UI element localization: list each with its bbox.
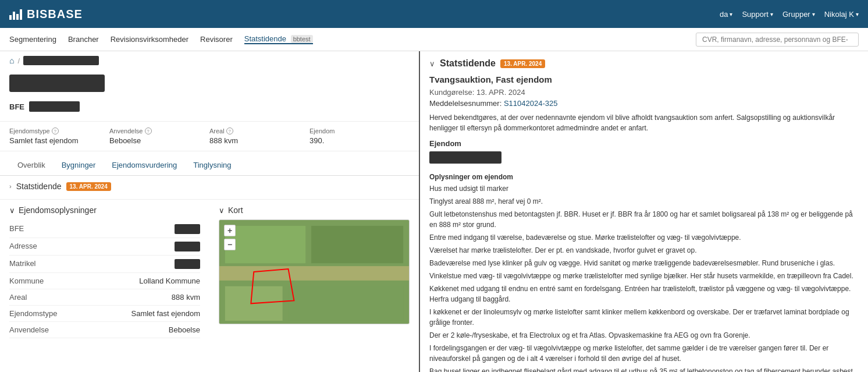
table-row: Areal 888 kvm [9, 289, 200, 306]
right-panel: ∨ Statstidende 13. APR. 2024 Tvangsaukti… [419, 51, 868, 372]
nav-statstidende[interactable]: Statstidende bbtest [244, 34, 313, 44]
top-navigation: BISBASE da ▾ Support ▾ Grupper ▾ Nikolaj… [0, 0, 868, 28]
kort-title: Kort [228, 206, 243, 215]
right-meddelelse: Meddelelsesnummer: S11042024-325 [429, 99, 859, 108]
chevron-down-icon: ▾ [812, 11, 815, 17]
meta-ejendom-value: 390. [310, 136, 410, 145]
bfe-label: BFE [9, 102, 24, 111]
chevron-down-icon: ∨ [429, 59, 435, 68]
statstidende-header-left[interactable]: › Statstidende 13. APR. 2024 [9, 182, 410, 191]
right-ejendom-section: Ejendom [429, 139, 859, 148]
right-intro-text: Herved bekendtgøres, at der over nedenna… [429, 112, 859, 133]
meta-ejendomstype: Ejendomstype ? Samlet fast ejendom [9, 127, 109, 145]
chevron-down-icon: ∨ [9, 206, 15, 215]
oplysninger-body: Hus med udsigt til marker Tinglyst areal… [429, 183, 859, 372]
svg-rect-2 [225, 226, 305, 263]
tab-ejendomsvurdering[interactable]: Ejendomsvurdering [104, 156, 185, 175]
meta-areal: Areal ? 888 kvm [209, 127, 310, 145]
nav-da[interactable]: da ▾ [720, 10, 732, 19]
list-item: Tinglyst areal 888 m², heraf vej 0 m². [429, 196, 859, 207]
tabs-bar: Overblik Bygninger Ejendomsvurdering Tin… [0, 156, 419, 176]
logo-area: BISBASE [9, 8, 83, 21]
nav-segmentering[interactable]: Segmentering [9, 35, 56, 44]
table-row: Kommune Lolland Kommune [9, 273, 200, 289]
property-title [9, 75, 105, 92]
statstidende-title-left: Statstidende [16, 182, 62, 191]
map-container: + − [219, 219, 410, 324]
kort-header[interactable]: ∨ Kort [219, 206, 410, 215]
list-item: Badeværelse med lyse klinker på gulv og … [429, 258, 859, 268]
ejendom-redacted [429, 151, 859, 168]
list-item: Der er 2 køle-/fryseskabe, et fra Electr… [429, 330, 859, 341]
svg-rect-5 [289, 286, 404, 321]
meta-anvendelse-value: Beboelse [109, 136, 209, 145]
sec-nav-left: Segmentering Brancher Revisionsvirksomhe… [9, 34, 313, 44]
map-zoom-out-button[interactable]: − [224, 239, 236, 250]
logo-icon [9, 8, 22, 20]
map-svg [219, 220, 409, 324]
home-icon[interactable]: ⌂ [9, 56, 14, 65]
info-table: BFE Adresse Matrikel Kommune [9, 221, 200, 338]
bfe-bar: BFE [9, 101, 410, 112]
right-kundgorelse: Kundgørelse: 13. APR. 2024 [429, 88, 859, 97]
tab-bygninger[interactable]: Bygninger [54, 156, 104, 175]
table-row: Anvendelse Beboelse [9, 322, 200, 338]
nav-nikolaj[interactable]: Nikolaj K ▾ [824, 10, 859, 19]
meta-ejendomstype-value: Samlet fast ejendom [9, 136, 109, 145]
list-item: Gult letbetonstenshus med betontagsten j… [429, 209, 859, 230]
table-row: BFE [9, 221, 200, 238]
info-section-header[interactable]: ∨ Ejendomsoplysninger [9, 206, 200, 215]
nav-brancher[interactable]: Brancher [68, 35, 99, 44]
meta-areal-value: 888 kvm [209, 136, 310, 145]
list-item: Hus med udsigt til marker [429, 183, 859, 194]
kort-section-inner: ∨ Kort [209, 200, 419, 330]
tab-overblik[interactable]: Overblik [9, 156, 54, 175]
list-item: Værelset har mørke trælistelofter. Der e… [429, 245, 859, 256]
ejendomsoplysninger-title: Ejendomsoplysninger [19, 206, 97, 215]
top-nav-right: da ▾ Support ▾ Grupper ▾ Nikolaj K ▾ [720, 10, 859, 19]
chevron-down-icon: ▾ [856, 11, 859, 17]
tab-tinglysning[interactable]: Tinglysning [185, 156, 239, 175]
search-input[interactable] [696, 33, 859, 47]
matrikel-redacted [175, 259, 200, 269]
map-zoom-in-button[interactable]: + [224, 225, 236, 236]
info-icon: ? [226, 127, 233, 134]
bfe-redacted [175, 224, 200, 234]
chevron-down-icon: ∨ [219, 206, 225, 215]
ejendomsoplysninger-section: ∨ Ejendomsoplysninger BFE Adresse [0, 200, 209, 344]
breadcrumb-text [23, 56, 99, 65]
property-header: BFE [0, 70, 419, 121]
table-row: Ejendomstype Samlet fast ejendom [9, 306, 200, 322]
nav-support[interactable]: Support ▾ [742, 10, 773, 19]
nav-grupper[interactable]: Grupper ▾ [782, 10, 815, 19]
nav-revisionsvirksomheder[interactable]: Revisionsvirksomheder [111, 35, 188, 44]
secondary-navigation: Segmentering Brancher Revisionsvirksomhe… [0, 28, 868, 51]
info-section: ∨ Ejendomsoplysninger BFE Adresse [0, 200, 209, 344]
svg-rect-1 [219, 266, 409, 281]
chevron-right-icon: › [9, 183, 12, 190]
breadcrumb: ⌂ / [0, 51, 419, 70]
right-date-badge: 13. APR. 2024 [500, 59, 545, 68]
table-row: Matrikel [9, 256, 200, 273]
table-row: Adresse [9, 238, 200, 256]
svg-rect-3 [311, 226, 403, 263]
list-item: Køkkenet med udgang til endnu en entré s… [429, 284, 859, 304]
nav-revisorer[interactable]: Revisorer [200, 35, 233, 44]
chevron-down-icon: ▾ [770, 11, 773, 17]
meta-ejendom: Ejendom 390. [310, 127, 410, 145]
statstidende-date-badge-left: 13. APR. 2024 [66, 182, 111, 191]
info-icon: ? [52, 127, 59, 134]
info-icon: ? [145, 127, 152, 134]
logo-text: BISBASE [27, 8, 83, 21]
adresse-redacted [175, 242, 200, 251]
meta-anvendelse: Anvendelse ? Beboelse [109, 127, 209, 145]
right-panel-header: ∨ Statstidende 13. APR. 2024 [429, 58, 859, 69]
left-panel: ⌂ / BFE Ejendomstype ? S [0, 51, 419, 372]
bfe-value [29, 101, 80, 112]
list-item: Bag huset ligger en indhegnet flisebelag… [429, 366, 859, 372]
property-meta: Ejendomstype ? Samlet fast ejendom Anven… [0, 121, 419, 151]
list-item: I fordelingsgangen er der væg- til vægol… [429, 343, 859, 364]
chevron-down-icon: ▾ [730, 11, 732, 17]
kort-section: ∨ Kort [209, 200, 419, 344]
bottom-sections: ∨ Ejendomsoplysninger BFE Adresse [0, 200, 419, 344]
